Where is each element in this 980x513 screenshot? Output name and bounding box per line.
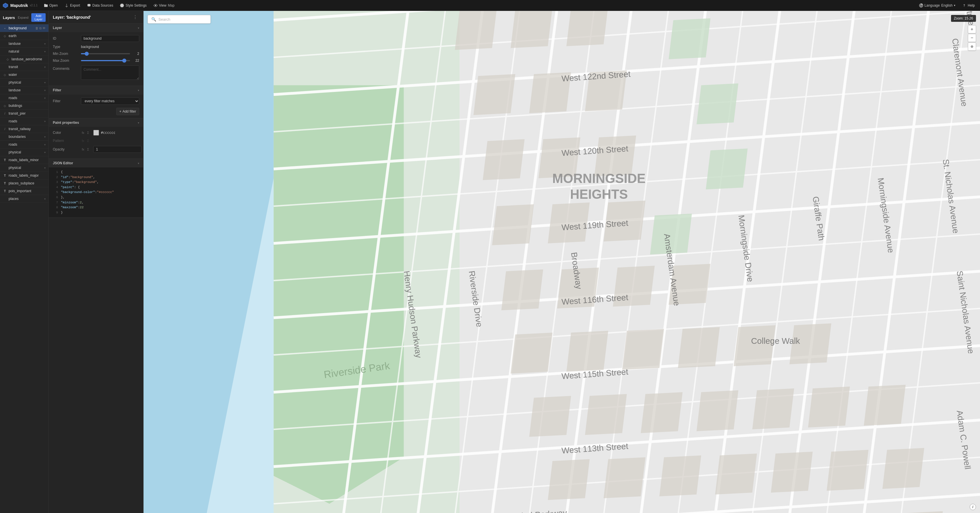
expand-button[interactable]: Expand — [17, 15, 30, 20]
layers-title: Layers — [3, 16, 15, 20]
svg-marker-79 — [548, 459, 590, 500]
layer-item-earth[interactable]: ◇ earth — [0, 32, 49, 40]
layer-delete-icon[interactable]: 🗑 — [35, 26, 38, 30]
layer-item-places[interactable]: places ▾ — [0, 195, 49, 203]
zoom-out-button[interactable]: − — [968, 34, 976, 42]
layer-item-transit_railway[interactable]: / transit_railway — [0, 125, 49, 133]
json-line-9: 9} — [51, 210, 141, 215]
layer-item-landuse[interactable]: landuse ▾ — [0, 40, 49, 48]
layer-icon — [3, 65, 7, 69]
json-linenum: 8 — [51, 205, 58, 210]
editor-panel: Layer: 'background' ⋮ Layer ▾ ID Type ba — [49, 11, 143, 513]
map-area[interactable]: 🔍 Zoom: 15.26 + − ⊕ i — [143, 11, 980, 513]
layer-icon: ◇ — [3, 104, 7, 108]
layer-item-landuse2[interactable]: landuse ▾ — [0, 86, 49, 94]
layer-name: roads_labels_minor — [9, 158, 46, 162]
language-button[interactable]: Language English ▾ — [916, 2, 958, 9]
layer-section-chevron: ▾ — [138, 26, 139, 30]
type-label: Type — [53, 45, 79, 49]
layer-name: water — [9, 73, 46, 77]
minzoom-slider[interactable] — [81, 53, 130, 54]
layer-item-transit[interactable]: transit ▾ — [0, 63, 49, 71]
layer-name: roads — [9, 119, 43, 123]
sigma-icon[interactable]: Σ — [86, 131, 90, 135]
svg-marker-72 — [529, 396, 571, 437]
layer-item-places_subplace[interactable]: T places_subplace — [0, 180, 49, 187]
view-button[interactable]: View Map — [151, 2, 177, 9]
filter-section-chevron: ▾ — [138, 89, 139, 92]
zoom-in-button[interactable]: + — [968, 25, 976, 33]
open-button[interactable]: Open — [41, 2, 60, 9]
layer-section-header[interactable]: Layer ▾ — [49, 24, 143, 32]
id-input[interactable] — [81, 35, 139, 42]
json-key: "background-color" — [61, 190, 95, 195]
json-section-title: JSON Editor — [53, 161, 138, 165]
layer-item-transit_pier[interactable]: / transit_pier — [0, 110, 49, 118]
layer-item-roads2[interactable]: roads ▾ — [0, 118, 49, 125]
search-input[interactable] — [159, 17, 207, 22]
layer-item-physical1[interactable]: physical ▾ — [0, 79, 49, 86]
svg-text:MORNINGSIDE: MORNINGSIDE — [552, 171, 646, 186]
layer-copy-icon[interactable]: ⧉ — [39, 26, 41, 30]
layer-name: transit_railway — [9, 127, 46, 131]
layer-item-physical2[interactable]: physical ▾ — [0, 148, 49, 156]
layer-item-roads_labels_major[interactable]: T roads_labels_major — [0, 172, 49, 180]
layer-item-physical3[interactable]: physical ▾ — [0, 164, 49, 172]
info-button[interactable]: i — [970, 504, 976, 510]
minzoom-value: 2 — [132, 52, 139, 56]
layer-icon — [3, 135, 7, 139]
type-value: background — [81, 45, 139, 49]
svg-marker-62 — [501, 269, 543, 310]
map-canvas[interactable]: MORNINGSIDE HEIGHTS Morningside Pond Riv… — [143, 11, 980, 513]
open-icon — [44, 3, 48, 8]
json-linenum: 9 — [51, 210, 58, 215]
opacity-fx-icon[interactable]: fx — [81, 147, 85, 152]
json-editor[interactable]: 1{2 "id": "background",3 "type": "backgr… — [49, 167, 143, 217]
layer-item-roads3[interactable]: roads ▾ — [0, 141, 49, 148]
stylesettings-button[interactable]: Style Settings — [117, 2, 149, 9]
json-section-header[interactable]: JSON Editor ▾ — [49, 159, 143, 167]
layer-name: natural — [9, 49, 43, 53]
layer-icon — [3, 96, 7, 100]
svg-marker-59 — [492, 204, 534, 245]
id-row: ID — [53, 35, 139, 42]
datasources-button[interactable]: Data Sources — [84, 2, 116, 9]
paint-section-header[interactable]: Paint properties ▾ — [49, 118, 143, 127]
comments-textarea[interactable] — [81, 65, 139, 80]
editor-menu-button[interactable]: ⋮ — [131, 14, 139, 21]
layer-item-pois_important[interactable]: T pois_important — [0, 187, 49, 195]
fx-icon[interactable]: fx — [81, 131, 85, 135]
svg-marker-52 — [566, 11, 608, 46]
layer-item-roads1[interactable]: roads ▾ — [0, 94, 49, 102]
layer-item-roads_labels_minor[interactable]: T roads_labels_minor — [0, 156, 49, 164]
svg-marker-81 — [659, 455, 701, 496]
help-button[interactable]: Help — [959, 2, 978, 9]
maxzoom-row: Max Zoom 22 — [53, 59, 139, 63]
svg-marker-51 — [511, 11, 552, 48]
json-linenum: 6 — [51, 195, 58, 200]
add-layer-button[interactable]: Add Layer — [31, 13, 46, 22]
svg-marker-80 — [604, 457, 646, 498]
opacity-sigma-icon[interactable]: Σ — [86, 147, 90, 152]
json-string: "background" — [70, 175, 93, 180]
maxzoom-slider[interactable] — [81, 60, 130, 61]
layer-item-landuse_aerodrome[interactable]: ◇ landuse_aerodrome — [0, 56, 49, 63]
layer-chevron: ▾ — [44, 135, 46, 139]
json-line-4: 4 "paint": { — [51, 185, 141, 190]
export-button[interactable]: Export — [62, 2, 83, 9]
color-swatch[interactable] — [93, 130, 99, 135]
svg-marker-84 — [827, 450, 869, 491]
layer-item-water[interactable]: ◇ water — [0, 71, 49, 79]
type-row: Type background — [53, 45, 139, 49]
compass-button[interactable]: ⊕ — [968, 43, 976, 51]
layer-visible-icon[interactable]: 👁 — [43, 26, 46, 30]
filter-section-header[interactable]: Filter ▾ — [49, 86, 143, 94]
add-filter-button[interactable]: + Add filter — [116, 108, 139, 115]
opacity-input[interactable] — [93, 146, 142, 153]
json-section: JSON Editor ▾ 1{2 "id": "background",3 "… — [49, 159, 143, 218]
layer-item-buildings[interactable]: ◇ buildings — [0, 102, 49, 110]
layer-item-background[interactable]: ▪ background 🗑⧉👁 — [0, 24, 49, 32]
filter-select[interactable]: every filter matches any filter matches … — [81, 97, 139, 105]
layer-item-boundaries1[interactable]: boundaries ▾ — [0, 133, 49, 141]
layer-item-natural[interactable]: natural ▾ — [0, 48, 49, 56]
